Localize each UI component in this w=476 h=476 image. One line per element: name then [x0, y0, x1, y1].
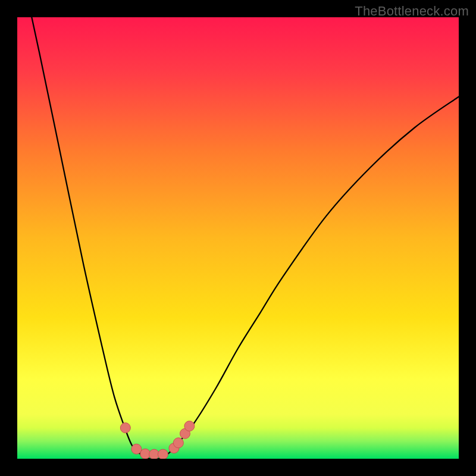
marker-dot [120, 423, 130, 433]
marker-dot [131, 444, 142, 454]
plot-area [17, 17, 459, 459]
marker-dot [158, 449, 168, 459]
outer-frame: TheBottleneck.com [0, 0, 476, 476]
gradient-bg [17, 17, 459, 459]
plot-svg [17, 17, 459, 459]
marker-dot [173, 438, 183, 448]
watermark-text: TheBottleneck.com [355, 4, 469, 19]
marker-dot [184, 421, 195, 431]
